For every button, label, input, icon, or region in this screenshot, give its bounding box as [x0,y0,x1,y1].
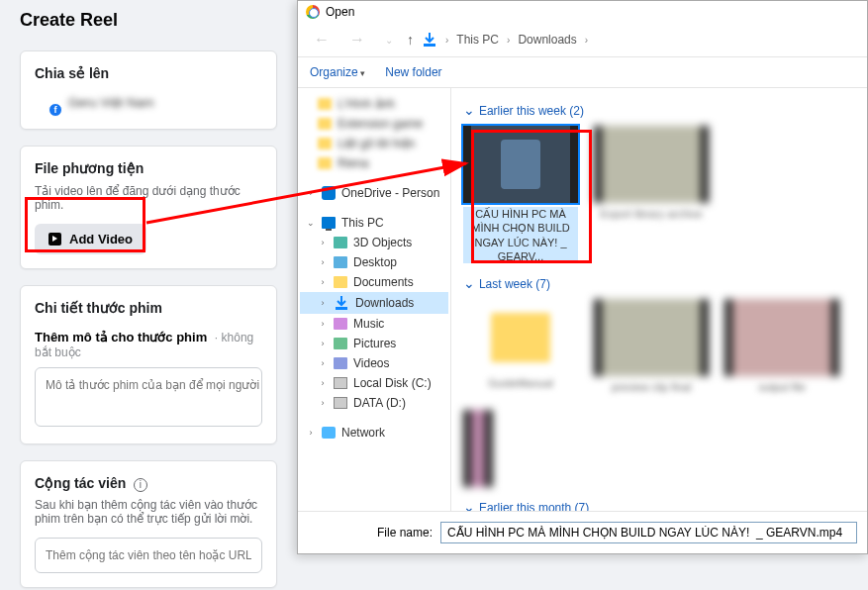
play-icon [48,233,61,246]
video-thumbnail [594,126,709,203]
file-item-selected[interactable]: CẤU HÌNH PC MÀ MÌNH CHỌN BUILD NGAY LÚC … [463,126,578,263]
tree-pictures[interactable]: ›Pictures [300,334,448,353]
nav-back-button[interactable]: ← [308,29,336,50]
filename-input[interactable] [440,522,857,543]
video-thumbnail [594,299,709,376]
nav-recent-dropdown[interactable]: ⌄ [379,33,399,48]
desktop-icon [334,256,347,268]
collab-input[interactable] [35,538,262,573]
group-earlier-this-week[interactable]: Earlier this week (2) [463,102,855,118]
pc-icon [322,217,336,229]
page-avatar: f [35,89,60,115]
tree-videos[interactable]: ›Videos [300,353,448,373]
file-list: Earlier this week (2) CẤU HÌNH PC MÀ MÌN… [451,88,867,511]
tree-documents[interactable]: ›Documents [300,272,448,292]
file-label: Export library archive [594,207,709,221]
media-heading: File phương tiện [35,160,262,176]
filename-label: File name: [377,526,433,540]
collab-sub: Sau khi bạn thêm cộng tác viên vào thước… [35,498,262,526]
video-thumbnail [724,299,839,376]
nav-up-button[interactable]: ↑ [407,32,414,48]
downloads-icon [422,32,437,48]
crumb-sep-icon: › [507,35,510,46]
create-reel-panel: Create Reel Chia sẻ lên f Geru Việt Nam … [0,0,297,590]
file-item[interactable]: Export library archive [594,126,709,263]
music-icon [334,318,347,330]
file-item[interactable]: preview clip final [594,299,709,394]
tree-network[interactable]: ›Network [300,423,448,442]
nav-forward-button[interactable]: → [343,29,371,50]
description-textarea[interactable] [35,367,262,427]
details-card: Chi tiết thước phim Thêm mô tả cho thước… [20,285,277,444]
filename-row: File name: [298,511,867,553]
tree-local-c[interactable]: ›Local Disk (C:) [300,373,448,393]
details-heading: Chi tiết thước phim [35,300,262,316]
tree-this-pc[interactable]: ⌄This PC [300,213,448,233]
desc-label: Thêm mô tả cho thước phim [35,330,207,344]
share-card: Chia sẻ lên f Geru Việt Nam [20,50,277,130]
nav-bar: ← → ⌄ ↑ › This PC › Downloads › [298,23,867,57]
videos-icon [334,357,347,369]
file-item[interactable]: output file [724,299,839,394]
facebook-badge-icon: f [48,103,62,117]
crumb-downloads[interactable]: Downloads [518,33,576,47]
tree-quick-item[interactable]: Riena [300,153,448,173]
disk-icon [334,377,347,389]
new-folder-button[interactable]: New folder [385,65,441,79]
file-item[interactable]: GuideManual [463,299,578,394]
share-label: Chia sẻ lên [35,65,262,81]
tree-desktop[interactable]: ›Desktop [300,252,448,272]
add-video-label: Add Video [69,232,133,246]
info-icon[interactable]: i [134,478,147,492]
downloads-icon [334,295,349,311]
page-title: Create Reel [20,10,277,31]
tree-quick-item[interactable]: Liệt gõ lời hiện [300,134,448,153]
tree-music[interactable]: ›Music [300,314,448,334]
crumb-this-pc[interactable]: This PC [456,33,499,47]
crumb-sep-icon: › [445,35,448,46]
chrome-icon [306,5,320,19]
dialog-title: Open [326,5,354,19]
tree-onedrive[interactable]: ›OneDrive - Person [300,183,448,203]
objects3d-icon [334,237,347,248]
media-card: File phương tiện Tải video lên để đăng d… [20,146,277,269]
disk-icon [334,397,347,409]
tree-quick-item[interactable]: Extension game [300,114,448,134]
media-sub: Tải video lên để đăng dưới dạng thước ph… [35,184,262,212]
network-icon [322,427,336,439]
dialog-toolbar: Organize New folder [298,57,867,88]
video-thumbnail [463,410,493,487]
crumb-sep-icon: › [585,35,588,46]
group-last-week[interactable]: Last week (7) [463,275,855,291]
tree-quick-item[interactable]: L'Hình ảnh [300,94,448,114]
folder-tree: L'Hình ảnh Extension game Liệt gõ lời hi… [298,88,451,511]
collab-heading: Cộng tác viên [35,475,126,491]
file-label: CẤU HÌNH PC MÀ MÌNH CHỌN BUILD NGAY LÚC … [463,207,578,263]
video-thumbnail [463,126,578,203]
file-open-dialog: Open ← → ⌄ ↑ › This PC › Downloads › Org… [297,0,868,554]
tree-3d-objects[interactable]: ›3D Objects [300,233,448,252]
add-video-button[interactable]: Add Video [35,224,146,254]
organize-dropdown[interactable]: Organize [310,65,365,79]
pictures-icon [334,338,347,349]
svg-rect-1 [336,307,347,310]
share-row[interactable]: f Geru Việt Nam [35,89,262,115]
dialog-titlebar: Open [298,1,867,23]
group-earlier-this-month[interactable]: Earlier this month (7) [463,499,855,511]
documents-icon [334,276,347,288]
collab-card: Cộng tác viên i Sau khi bạn thêm cộng tá… [20,460,277,588]
tree-downloads[interactable]: ›Downloads [300,292,448,314]
page-name: Geru Việt Nam [68,95,154,110]
file-item[interactable] [463,410,493,487]
tree-data-d[interactable]: ›DATA (D:) [300,393,448,413]
folder-thumbnail [491,313,550,362]
onedrive-icon [322,186,336,200]
